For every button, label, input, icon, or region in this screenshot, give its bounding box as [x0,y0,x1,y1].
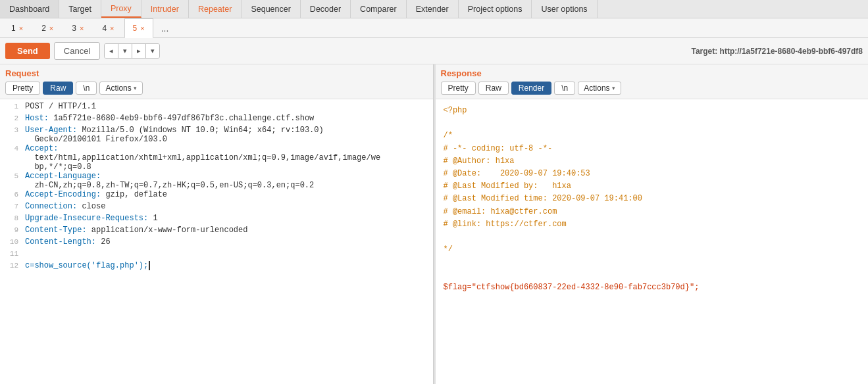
table-row: 4 Accept: text/html,application/xhtml+xm… [0,144,433,172]
nav-user-options[interactable]: User options [532,0,597,18]
nav-decoder[interactable]: Decoder [301,0,351,18]
response-header: Response Pretty Raw Render \n Actions ▾ [436,64,869,99]
response-line: /* [444,130,861,142]
response-line [444,231,861,243]
tab-5-close[interactable]: × [140,24,144,32]
history-nav: ◂ ▾ ▸ ▾ [104,43,160,59]
tab-1[interactable]: 1 × [3,18,32,37]
table-row: 9 Content-Type: application/x-www-form-u… [0,226,433,237]
response-code-area[interactable]: <?php /* # -*- coding: utf-8 -*- # @Auth… [436,99,869,384]
table-row: 1 POST / HTTP/1.1 [0,102,433,114]
line-number: 5 [3,172,18,190]
tabs-row: 1 × 2 × 3 × 4 × 5 × ... [0,18,868,38]
send-button[interactable]: Send [5,43,50,59]
tab-3-close[interactable]: × [80,24,84,32]
table-row: 8 Upgrade-Insecure-Requests: 1 [0,214,433,226]
line-number: 12 [3,261,18,273]
prev-button[interactable]: ◂ [105,44,118,58]
tab-2-close[interactable]: × [49,24,53,32]
line-content: Content-Type: application/x-www-form-url… [25,226,430,237]
table-row: 10 Content-Length: 26 [0,237,433,249]
nav-proxy[interactable]: Proxy [101,0,141,18]
tab-3-label: 3 [72,24,76,33]
line-number: 3 [3,126,18,144]
line-content: POST / HTTP/1.1 [25,102,430,114]
nav-extender[interactable]: Extender [407,0,459,18]
request-toolbar: Pretty Raw \n Actions ▾ [5,82,428,95]
response-line [444,256,861,268]
target-info: Target: http://1a5f721e-8680-4eb9-bbf6-4… [691,47,863,56]
table-row: 5 Accept-Language: zh-CN,zh;q=0.8,zh-TW;… [0,172,433,190]
nav-project-options[interactable]: Project options [459,0,532,18]
response-line: # @Author: h1xa [444,155,861,168]
cancel-button[interactable]: Cancel [54,42,100,60]
response-pretty-btn[interactable]: Pretty [441,82,476,95]
line-content: Upgrade-Insecure-Requests: 1 [25,214,430,226]
nav-sequencer[interactable]: Sequencer [242,0,300,18]
line-number: 9 [3,226,18,237]
next-dropdown[interactable]: ▾ [146,44,159,58]
tab-3[interactable]: 3 × [63,18,92,37]
line-content: Accept: text/html,application/xhtml+xml,… [25,144,430,172]
line-content [25,249,430,261]
response-pane: Response Pretty Raw Render \n Actions ▾ … [436,64,869,384]
nav-intruder[interactable]: Intruder [141,0,189,18]
response-line [444,268,861,281]
line-number: 1 [3,102,18,114]
request-n-btn[interactable]: \n [76,82,97,95]
table-row: 7 Connection: close [0,202,433,214]
response-actions-btn[interactable]: Actions ▾ [578,82,621,95]
line-content: Accept-Encoding: gzip, deflate [25,190,430,202]
line-number: 11 [3,249,18,261]
response-flag-line: $flag="ctfshow{bd660837-22ed-4332-8e90-f… [444,281,861,294]
table-row: 12 c=show_source('flag.php'); [0,261,433,273]
nav-target[interactable]: Target [59,0,101,18]
response-actions-label: Actions [584,84,609,93]
nav-repeater[interactable]: Repeater [189,0,242,18]
list-item: <?php /* # -*- coding: utf-8 -*- # @Auth… [444,105,861,294]
next-button[interactable]: ▸ [132,44,146,58]
tab-1-close[interactable]: × [19,24,23,32]
request-actions-btn[interactable]: Actions ▾ [99,82,142,95]
tab-more[interactable]: ... [155,18,176,37]
main-toolbar: Send Cancel ◂ ▾ ▸ ▾ Target: http://1a5f7… [0,38,868,64]
line-content: c=show_source('flag.php'); [25,261,430,273]
line-number: 7 [3,202,18,214]
line-number: 8 [3,214,18,226]
response-line: # @email: h1xa@ctfer.com [444,206,861,218]
request-pretty-btn[interactable]: Pretty [5,82,40,95]
main-split: Request Pretty Raw \n Actions ▾ 1 POST /… [0,64,868,384]
request-code-area[interactable]: 1 POST / HTTP/1.1 2 Host: 1a5f721e-8680-… [0,99,433,384]
response-line: # @Date: 2020-09-07 19:40:53 [444,168,861,180]
request-header: Request Pretty Raw \n Actions ▾ [0,64,433,99]
request-title: Request [5,68,428,78]
response-actions-caret: ▾ [612,85,615,91]
response-line: # @Last Modified by: h1xa [444,180,861,193]
prev-dropdown[interactable]: ▾ [118,44,132,58]
tab-2-label: 2 [41,24,46,33]
response-n-btn[interactable]: \n [554,82,575,95]
tab-5[interactable]: 5 × [124,18,153,38]
response-line: # @Last Modified time: 2020-09-07 19:41:… [444,193,861,205]
tab-4-label: 4 [102,24,107,33]
response-raw-btn[interactable]: Raw [478,82,509,95]
nav-dashboard[interactable]: Dashboard [0,0,59,18]
tab-4-close[interactable]: × [110,24,114,32]
response-render-btn[interactable]: Render [511,82,551,95]
request-raw-btn[interactable]: Raw [43,82,73,95]
tab-1-label: 1 [11,24,16,33]
tab-4[interactable]: 4 × [93,18,122,37]
nav-comparer[interactable]: Comparer [351,0,407,18]
line-content: Host: 1a5f721e-8680-4eb9-bbf6-497df867bf… [25,114,430,126]
response-line: */ [444,243,861,256]
line-number: 10 [3,237,18,249]
table-row: 11 [0,249,433,261]
line-number: 2 [3,114,18,126]
table-row: 2 Host: 1a5f721e-8680-4eb9-bbf6-497df867… [0,114,433,126]
tab-2[interactable]: 2 × [33,18,62,37]
line-number: 6 [3,190,18,202]
top-nav: Dashboard Target Proxy Intruder Repeater… [0,0,868,18]
request-actions-caret: ▾ [134,85,137,91]
table-row: 3 User-Agent: Mozilla/5.0 (Windows NT 10… [0,126,433,144]
response-line [444,117,861,130]
